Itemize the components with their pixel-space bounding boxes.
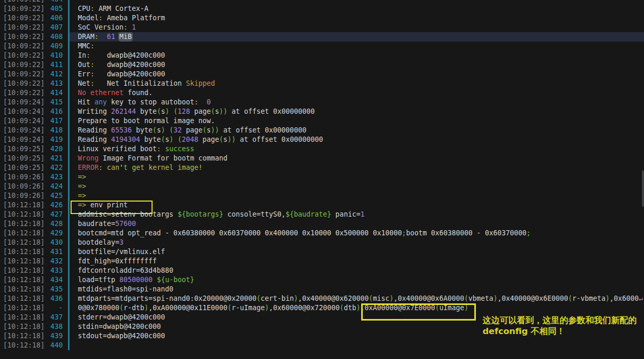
timestamp: [10:09:24] — [0, 116, 45, 126]
timestamp: [10:12:18] — [0, 313, 45, 322]
log-row[interactable]: [10:12:18]429bootcmd=mtd opt_read - 0x60… — [0, 229, 644, 238]
scrollbar-thumb[interactable] — [642, 170, 644, 207]
log-row[interactable]: [10:12:18]434load=tftp 80500000 ${u-boot… — [0, 275, 644, 285]
log-row[interactable]: [10:12:18]428baudrate=57600 — [0, 219, 644, 229]
timestamp: [10:09:26] — [0, 172, 45, 182]
log-row[interactable]: [10:09:25]422ERROR: can't get kernel ima… — [0, 163, 644, 172]
line-number: 429 — [45, 229, 63, 238]
timestamp: [10:12:18] — [0, 341, 45, 350]
line-number: 428 — [45, 219, 63, 229]
annotation-line-1: 这边可以看到，这里的参数和我们新配的 — [483, 315, 637, 326]
line-number: 440 — [45, 341, 63, 350]
line-number: 405 — [45, 4, 63, 14]
timestamp: [10:09:22] — [0, 88, 45, 98]
timestamp: [10:09:24] — [0, 98, 45, 107]
timestamp: [10:09:22] — [0, 51, 45, 60]
line-number: 439 — [45, 331, 63, 341]
log-text: Linux verified boot: success — [70, 144, 644, 154]
log-row[interactable]: [10:09:25]421Wrong Image Format for boot… — [0, 154, 644, 163]
timestamp: [10:09:26] — [0, 182, 45, 191]
log-text: Prepare to boot normal image now. — [70, 116, 644, 126]
line-number: 409 — [45, 42, 63, 51]
timestamp: [10:12:18] — [0, 285, 45, 294]
line-number: 408 — [45, 32, 63, 42]
line-number: 415 — [45, 98, 63, 107]
log-row[interactable]: [10:09:24]418Reading 65536 byte(s) (32 p… — [0, 126, 644, 135]
log-row[interactable]: [10:12:18]431bootfile=/vmlinux.elf — [0, 247, 644, 257]
log-row[interactable]: [10:09:22]406Model: Ameba Platform — [0, 14, 644, 23]
log-text: Net: Net Initialization Skipped — [70, 79, 644, 88]
serial-log-viewer: [10:09:22]404[10:09:22]405CPU: ARM Corte… — [0, 0, 644, 359]
line-number: 413 — [45, 79, 63, 88]
log-row[interactable]: [10:12:18]436mtdparts=mtdparts=spi-nand0… — [0, 294, 644, 303]
log-row[interactable]: [10:09:22]414No ethernet found. — [0, 88, 644, 98]
timestamp: [10:09:24] — [0, 107, 45, 116]
timestamp: [10:09:22] — [0, 79, 45, 88]
log-row[interactable]: [10:12:18]440 — [0, 341, 644, 350]
log-row[interactable]: [10:09:22]413Net: Net Initialization Ski… — [0, 79, 644, 88]
log-row[interactable]: [10:09:22]408DRAM: 61 MiB — [0, 32, 644, 42]
log-row[interactable]: [10:09:26]423=> — [0, 172, 644, 182]
timestamp: [10:12:18] — [0, 219, 45, 229]
timestamp: [10:09:25] — [0, 163, 45, 172]
log-text: => — [70, 191, 644, 201]
log-text: bootcmd=mtd opt_read - 0x60380000 0x6037… — [70, 229, 644, 238]
log-row[interactable]: [10:09:22]410In: dwapb@4200c000 — [0, 51, 644, 60]
line-number: 433 — [45, 266, 63, 275]
timestamp: [10:12:18] — [0, 229, 45, 238]
log-text: MMC: — [70, 42, 644, 51]
timestamp: [10:09:22] — [0, 60, 45, 70]
line-number: 434 — [45, 275, 63, 285]
log-row[interactable]: [10:09:25]420Linux verified boot: succes… — [0, 144, 644, 154]
log-row[interactable]: [10:09:22]407SoC Version: 1 — [0, 23, 644, 32]
log-row[interactable]: [10:12:18]426=> env print — [0, 201, 644, 210]
line-number: 419 — [45, 135, 63, 144]
line-number: 423 — [45, 172, 63, 182]
log-text: => env print — [70, 201, 644, 210]
log-row[interactable]: [10:12:18]-0@0x780000(r-dtb),0xA00000@0x… — [0, 303, 644, 313]
line-number: 431 — [45, 247, 63, 257]
timestamp: [10:12:18] — [0, 238, 45, 247]
line-number: 426 — [45, 201, 63, 210]
timestamp: [10:09:24] — [0, 135, 45, 144]
log-row[interactable]: [10:09:22]404 — [0, 0, 644, 4]
log-text — [70, 341, 644, 350]
timestamp: [10:09:22] — [0, 70, 45, 79]
log-text: No ethernet found. — [70, 88, 644, 98]
log-text: In: dwapb@4200c000 — [70, 51, 644, 60]
log-row[interactable]: [10:09:22]405CPU: ARM Cortex-A — [0, 4, 644, 14]
log-text: Reading 65536 byte(s) (32 page(s)) at of… — [70, 126, 644, 135]
log-row[interactable]: [10:09:26]424=> — [0, 182, 644, 191]
log-row[interactable]: [10:09:24]417Prepare to boot normal imag… — [0, 116, 644, 126]
log-row[interactable]: [10:09:24]415Hit any key to stop autoboo… — [0, 98, 644, 107]
timestamp: [10:12:18] — [0, 275, 45, 285]
line-number: 424 — [45, 182, 63, 191]
log-row[interactable]: [10:12:18]433fdtcontroladdr=63d4b880 — [0, 266, 644, 275]
log-row[interactable]: [10:12:18]432fdt_high=0xffffffff — [0, 257, 644, 266]
log-row[interactable]: [10:09:24]416Writing 262144 byte(s) (128… — [0, 107, 644, 116]
log-row[interactable]: [10:12:18]435mtdids=flash0=spi-nand0 — [0, 285, 644, 294]
timestamp: [10:12:18] — [0, 331, 45, 341]
log-text: Out: dwapb@4200c000 — [70, 60, 644, 70]
log-row[interactable]: [10:09:22]409MMC: — [0, 42, 644, 51]
log-row[interactable]: [10:09:24]419Reading 4194304 byte(s) (20… — [0, 135, 644, 144]
log-row[interactable]: [10:12:18]427addmisc=setenv bootargs ${b… — [0, 210, 644, 219]
log-text: SoC Version: 1 — [70, 23, 644, 32]
log-text: ERROR: can't get kernel image! — [70, 163, 644, 172]
line-number: 411 — [45, 60, 63, 70]
timestamp: [10:12:18] — [0, 210, 45, 219]
log-text: fdt_high=0xffffffff — [70, 257, 644, 266]
log-row[interactable]: [10:09:22]411Out: dwapb@4200c000 — [0, 60, 644, 70]
line-number: 436 — [45, 294, 63, 303]
selection-highlight: MiB — [119, 33, 132, 41]
timestamp: [10:12:18] — [0, 294, 45, 303]
log-row[interactable]: [10:09:26]425=> — [0, 191, 644, 201]
timestamp: [10:12:18] — [0, 322, 45, 331]
line-number: 435 — [45, 285, 63, 294]
timestamp: [10:09:24] — [0, 126, 45, 135]
log-row[interactable]: [10:09:22]412Err: dwapb@4200c000 — [0, 70, 644, 79]
log-text: => — [70, 182, 644, 191]
log-text: Err: dwapb@4200c000 — [70, 70, 644, 79]
log-row[interactable]: [10:12:18]430bootdelay=3 — [0, 238, 644, 247]
annotation-text: 这边可以看到，这里的参数和我们新配的 defconfig 不相同！ — [483, 315, 637, 337]
